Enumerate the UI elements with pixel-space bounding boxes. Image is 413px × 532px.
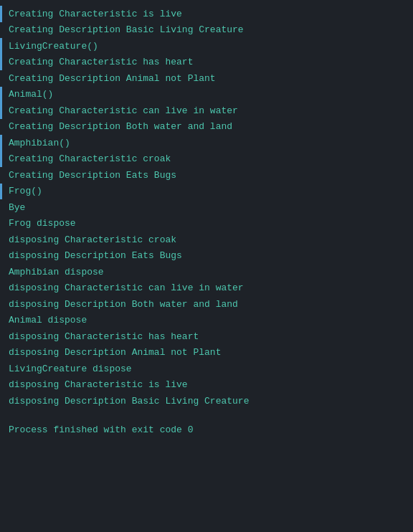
output-line-text: Frog() bbox=[9, 184, 42, 199]
output-line-text: Animal() bbox=[9, 87, 53, 102]
output-line-text: Bye bbox=[9, 201, 25, 215]
output-line: Amphibian dispose bbox=[0, 264, 413, 280]
output-line-text: LivingCreature dispose bbox=[9, 362, 132, 376]
output-line: Bye bbox=[0, 199, 413, 216]
output-line: Creating Characteristic has heart bbox=[0, 54, 413, 71]
terminal-output: Creating Characteristic is liveCreating … bbox=[0, 0, 413, 532]
output-line-text: disposing Description Eats Bugs bbox=[9, 249, 182, 263]
output-line-text: Amphibian() bbox=[9, 136, 70, 151]
output-line: Frog() bbox=[0, 184, 413, 200]
output-line: Animal() bbox=[0, 87, 413, 103]
output-lines: Creating Characteristic is liveCreating … bbox=[0, 6, 413, 438]
output-line-empty bbox=[0, 409, 413, 422]
output-line: Frog dispose bbox=[0, 216, 413, 232]
output-line-text: disposing Description Basic Living Creat… bbox=[9, 394, 249, 409]
output-line-text: disposing Description Both water and lan… bbox=[9, 298, 238, 312]
output-line: disposing Description Both water and lan… bbox=[0, 296, 413, 313]
output-line: Amphibian() bbox=[0, 135, 413, 151]
output-line-text: Creating Characteristic can live in wate… bbox=[9, 104, 238, 118]
output-line: Creating Description Eats Bugs bbox=[0, 167, 413, 184]
output-line: disposing Characteristic can live in wat… bbox=[0, 280, 413, 297]
output-line: Creating Description Basic Living Creatu… bbox=[0, 22, 413, 39]
output-line-text: Animal dispose bbox=[9, 313, 87, 328]
output-line: disposing Description Animal not Plant bbox=[0, 345, 413, 361]
output-line-text: Creating Description Basic Living Creatu… bbox=[9, 23, 244, 37]
output-line: Process finished with exit code 0 bbox=[0, 422, 413, 439]
output-line: disposing Description Eats Bugs bbox=[0, 248, 413, 265]
output-line: Creating Characteristic croak bbox=[0, 151, 413, 168]
output-line-text: disposing Characteristic has heart bbox=[9, 330, 199, 344]
output-line-text: Amphibian dispose bbox=[9, 265, 104, 280]
output-line-text: Creating Characteristic is live bbox=[9, 7, 182, 22]
output-line: disposing Description Basic Living Creat… bbox=[0, 393, 413, 409]
output-line: Creating Characteristic is live bbox=[0, 6, 413, 22]
output-line: disposing Characteristic is live bbox=[0, 377, 413, 394]
output-line-text: Frog dispose bbox=[9, 217, 76, 231]
output-line-text: Process finished with exit code 0 bbox=[9, 423, 193, 437]
output-line-text: disposing Characteristic is live bbox=[9, 378, 188, 392]
output-line-text: disposing Characteristic croak bbox=[9, 233, 176, 247]
output-line: Creating Description Animal not Plant bbox=[0, 70, 413, 87]
output-line-text: Creating Characteristic croak bbox=[9, 152, 171, 166]
output-line-text: Creating Description Animal not Plant bbox=[9, 72, 216, 86]
output-line-text: Creating Description Both water and land bbox=[9, 120, 232, 134]
output-line: disposing Characteristic has heart bbox=[0, 328, 413, 345]
output-line: LivingCreature() bbox=[0, 38, 413, 54]
output-line-text: disposing Characteristic can live in wat… bbox=[9, 281, 244, 295]
output-line-text: disposing Description Animal not Plant bbox=[9, 346, 221, 360]
output-line-text: Creating Description Eats Bugs bbox=[9, 168, 176, 183]
output-line: Animal dispose bbox=[0, 313, 413, 329]
output-line: Creating Description Both water and land bbox=[0, 119, 413, 136]
output-line: Creating Characteristic can live in wate… bbox=[0, 103, 413, 119]
output-line: disposing Characteristic croak bbox=[0, 232, 413, 248]
output-line: LivingCreature dispose bbox=[0, 361, 413, 377]
output-line-text: Creating Characteristic has heart bbox=[9, 55, 193, 70]
output-line-text: LivingCreature() bbox=[9, 39, 98, 54]
